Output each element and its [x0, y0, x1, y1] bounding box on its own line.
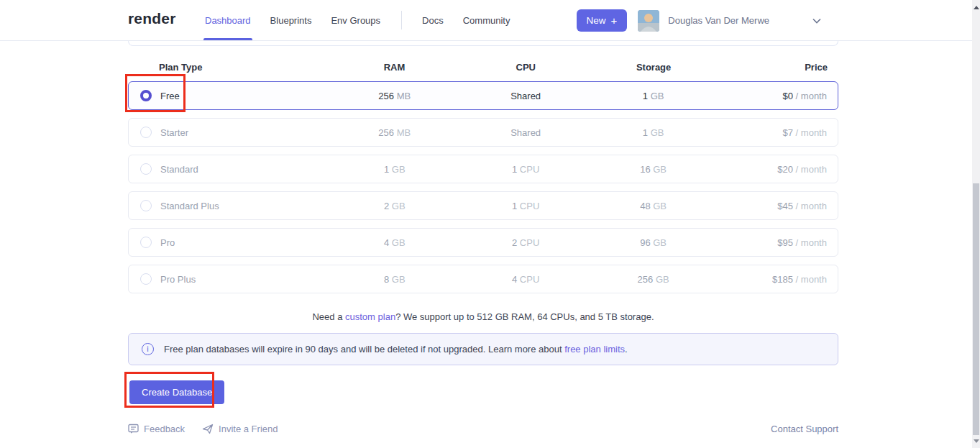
- plan-cell: Pro: [129, 237, 342, 248]
- plan-name: Pro: [160, 237, 175, 248]
- col-header-plan-type: Plan Type: [128, 62, 341, 73]
- plan-radio[interactable]: [140, 273, 152, 285]
- nav-docs[interactable]: Docs: [422, 0, 444, 40]
- plan-radio[interactable]: [140, 127, 152, 138]
- cpu-cell: Shared: [448, 127, 604, 138]
- nav-blueprints[interactable]: Blueprints: [270, 0, 312, 40]
- plan-radio[interactable]: [140, 163, 152, 175]
- avatar[interactable]: [638, 10, 659, 32]
- plan-cell: Pro Plus: [129, 273, 342, 285]
- price-cell: $20 / month: [703, 164, 838, 175]
- plus-icon: +: [611, 14, 618, 27]
- plan-cell: Standard Plus: [129, 200, 342, 211]
- plan-row-standard-plus[interactable]: Standard Plus2 GB1 CPU48 GB$45 / month: [128, 191, 838, 220]
- price-cell: $185 / month: [703, 274, 838, 285]
- nav-env-groups[interactable]: Env Groups: [331, 0, 380, 40]
- price-cell: $95 / month: [703, 237, 838, 248]
- paper-plane-icon: [202, 424, 214, 434]
- storage-cell: 1 GB: [604, 91, 703, 101]
- plan-row-starter[interactable]: Starter256 MBShared1 GB$7 / month: [128, 118, 838, 147]
- new-button[interactable]: New +: [577, 9, 628, 32]
- plan-row-free[interactable]: Free256 MBShared1 GB$0 / month: [128, 81, 838, 110]
- triangle-down-icon: [974, 439, 979, 443]
- plan-radio[interactable]: [140, 200, 152, 211]
- annotation-box-create-database: [124, 372, 214, 408]
- scrolled-field-remnant: [128, 41, 838, 46]
- avatar-photo: [638, 10, 659, 32]
- scrollbar-thumb[interactable]: [973, 183, 979, 435]
- app-logo[interactable]: render: [128, 10, 176, 27]
- nav-dashboard[interactable]: Dashboard: [205, 0, 251, 40]
- storage-cell: 96 GB: [604, 237, 703, 248]
- chevron-down-icon[interactable]: [812, 18, 821, 24]
- plan-row-pro-plus[interactable]: Pro Plus8 GB4 CPU256 GB$185 / month: [128, 265, 838, 293]
- user-menu[interactable]: Douglas Van Der Merwe: [668, 15, 769, 26]
- annotation-box-free-radio: [125, 74, 186, 112]
- storage-cell: 256 GB: [604, 274, 703, 285]
- plan-row-pro[interactable]: Pro4 GB2 CPU96 GB$95 / month: [128, 228, 838, 257]
- navbar-right: New + Douglas Van Der Merwe: [577, 0, 821, 41]
- ram-cell: 2 GB: [342, 201, 448, 211]
- contact-support-link[interactable]: Contact Support: [771, 424, 838, 434]
- ram-cell: 8 GB: [342, 274, 448, 285]
- cpu-cell: 4 CPU: [448, 274, 604, 285]
- price-cell: $45 / month: [703, 201, 838, 211]
- free-plan-limits-link[interactable]: free plan limits: [564, 344, 625, 355]
- feedback-icon: [128, 424, 139, 434]
- info-banner: i Free plan databases will expire in 90 …: [128, 333, 838, 365]
- info-banner-text: Free plan databases will expire in 90 da…: [164, 344, 628, 355]
- feedback-link[interactable]: Feedback: [128, 424, 185, 434]
- scroll-down-arrow[interactable]: [972, 435, 980, 447]
- price-cell: $7 / month: [703, 127, 838, 138]
- ram-cell: 256 MB: [342, 127, 448, 138]
- col-header-storage: Storage: [604, 62, 703, 73]
- page-footer: Feedback Invite a Friend Contact Support: [128, 424, 838, 434]
- cpu-cell: 2 CPU: [448, 237, 604, 248]
- storage-cell: 48 GB: [604, 201, 703, 211]
- plan-table-body: Free256 MBShared1 GB$0 / monthStarter256…: [128, 81, 838, 293]
- plan-table-header: Plan Type RAM CPU Storage Price: [128, 46, 838, 81]
- cpu-cell: 1 CPU: [448, 201, 604, 211]
- plan-cell: Standard: [129, 163, 342, 175]
- ram-cell: 4 GB: [342, 237, 448, 248]
- plan-name: Standard: [160, 164, 198, 175]
- col-header-ram: RAM: [341, 62, 447, 73]
- ram-cell: 256 MB: [342, 91, 448, 101]
- storage-cell: 16 GB: [604, 164, 703, 175]
- custom-plan-note: Need a custom plan? We support up to 512…: [128, 311, 838, 322]
- nav-community[interactable]: Community: [463, 0, 510, 40]
- col-header-cpu: CPU: [448, 62, 604, 73]
- scroll-up-arrow[interactable]: [972, 1, 980, 13]
- plan-row-standard[interactable]: Standard1 GB1 CPU16 GB$20 / month: [128, 155, 838, 183]
- plan-cell: Starter: [129, 127, 342, 138]
- plan-name: Starter: [160, 127, 188, 138]
- plan-name: Standard Plus: [160, 201, 219, 211]
- nav-divider: [401, 11, 402, 29]
- triangle-up-icon: [974, 6, 979, 9]
- price-cell: $0 / month: [703, 91, 838, 101]
- invite-friend-link[interactable]: Invite a Friend: [202, 424, 278, 434]
- cpu-cell: 1 CPU: [448, 164, 604, 175]
- main-nav: Dashboard Blueprints Env Groups Docs Com…: [205, 0, 529, 40]
- vertical-scrollbar[interactable]: [972, 0, 980, 448]
- cpu-cell: Shared: [448, 91, 604, 101]
- col-header-price: Price: [703, 62, 838, 73]
- top-navbar: render Dashboard Blueprints Env Groups D…: [0, 0, 972, 41]
- ram-cell: 1 GB: [342, 164, 448, 175]
- custom-plan-link[interactable]: custom plan: [345, 311, 395, 322]
- info-icon: i: [142, 343, 154, 355]
- plan-selection-page: Plan Type RAM CPU Storage Price Free256 …: [128, 41, 838, 434]
- storage-cell: 1 GB: [604, 127, 703, 138]
- plan-name: Pro Plus: [160, 274, 196, 285]
- plan-radio[interactable]: [140, 237, 152, 248]
